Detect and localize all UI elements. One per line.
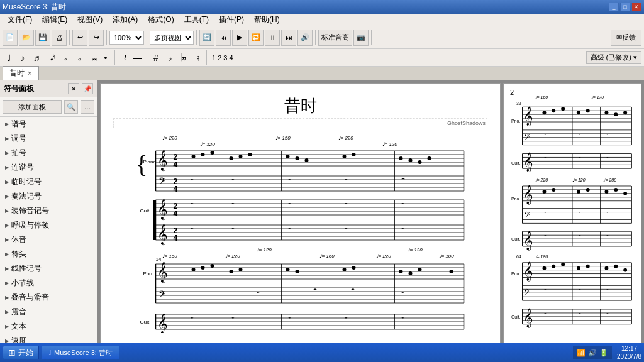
next-button[interactable]: ⏭: [281, 30, 296, 46]
svg-text:𝄞: 𝄞: [523, 231, 533, 251]
arrow-icon: ▶: [5, 208, 9, 214]
menu-help[interactable]: 帮助(H): [249, 13, 285, 26]
svg-text:𝄞: 𝄞: [523, 152, 533, 172]
standard-pitch-button[interactable]: 标准音高: [318, 30, 352, 46]
maximize-button[interactable]: □: [620, 3, 630, 11]
eighth-note[interactable]: ♪: [16, 51, 29, 65]
title-bar: MuseScore 3: 昔时 _ □ ✕: [0, 0, 644, 14]
quarter-note[interactable]: 𝅗𝅥: [58, 51, 70, 65]
score-page-1[interactable]: 昔时 GhostShadows ♩= 220 ♩= 120 ♩= 150 ♩= …: [100, 83, 501, 359]
save-button[interactable]: 💾: [35, 30, 50, 46]
feedback-button[interactable]: ✉ 反馈: [611, 30, 641, 46]
menu-view[interactable]: 视图(V): [72, 13, 108, 26]
svg-text:𝄢: 𝄢: [524, 211, 530, 221]
sidebar-header: 符号面板 ✕ 📌: [0, 80, 97, 97]
menu-tools[interactable]: 工具(T): [179, 13, 214, 26]
close-button[interactable]: ✕: [631, 3, 641, 11]
view-mode-select[interactable]: 多页视图: [150, 31, 194, 45]
double-flat-button[interactable]: 𝄫: [177, 51, 190, 65]
tab-close-button[interactable]: ✕: [27, 70, 32, 77]
camera-button[interactable]: 📷: [353, 30, 369, 46]
half-note[interactable]: 𝅝: [72, 51, 84, 65]
rewind-button[interactable]: ⏮: [216, 30, 231, 46]
note-mode-button[interactable]: ♩: [3, 51, 15, 65]
arrow-icon: ▶: [5, 150, 9, 156]
sidebar-item-barline[interactable]: ▶ 小节线: [0, 276, 97, 290]
svg-text:𝄢: 𝄢: [158, 176, 166, 189]
menu-plugins[interactable]: 插件(P): [214, 13, 249, 26]
svg-point-159: [604, 111, 608, 114]
svg-text:♩= 280: ♩= 280: [604, 178, 617, 182]
natural-button[interactable]: ♮: [191, 51, 204, 65]
arrow-icon: ▶: [5, 179, 9, 185]
rest-button[interactable]: 𝄽: [118, 51, 130, 65]
sidebar-item-tremolo[interactable]: ▶ 震音: [0, 305, 97, 319]
score-page-2[interactable]: 2 ♩= 160 ♩= 170 32 𝄞: [503, 83, 641, 359]
clock-time: 12:17: [617, 344, 641, 353]
menu-add[interactable]: 添加(A): [108, 13, 143, 26]
svg-point-249: [623, 268, 627, 272]
thirtysecond-note[interactable]: 𝅘𝅥𝅯: [44, 51, 57, 65]
sidebar-icons: ✕ 📌: [68, 83, 93, 94]
content-area[interactable]: 昔时 GhostShadows ♩= 220 ♩= 120 ♩= 150 ♩= …: [97, 80, 644, 362]
sidebar-item-ornament[interactable]: ▶ 装饰音记号: [0, 204, 97, 218]
arrow-icon: ▶: [5, 309, 9, 315]
svg-point-43: [428, 156, 431, 160]
whole-note[interactable]: 𝅜: [86, 51, 98, 65]
svg-point-38: [343, 155, 347, 158]
dotted-note[interactable]: •: [99, 51, 112, 65]
menu-edit[interactable]: 编辑(E): [37, 13, 72, 26]
zoom-select[interactable]: 100%: [109, 31, 144, 45]
open-button[interactable]: 📂: [19, 30, 34, 46]
metronome-button[interactable]: ⏸: [265, 30, 280, 46]
new-button[interactable]: 📄: [3, 30, 18, 46]
note-sep-1: [114, 50, 115, 65]
arrow-icon: ▶: [5, 237, 9, 243]
sidebar-item-arpeggio[interactable]: ▶ 叠音与滑音: [0, 290, 97, 305]
svg-text:♩= 120: ♩= 120: [572, 178, 586, 182]
sidebar-item-breath[interactable]: ▶ 呼吸与停顿: [0, 218, 97, 233]
play-button[interactable]: ▶: [232, 30, 247, 46]
sidebar-pin-button[interactable]: 📌: [82, 83, 93, 94]
sixteenth-note[interactable]: ♬: [30, 51, 43, 65]
print-button[interactable]: 🖨: [52, 30, 67, 46]
sidebar-item-notehead[interactable]: ▶ 符头: [0, 247, 97, 261]
sidebar-item-time[interactable]: ▶ 拍号: [0, 146, 97, 160]
sidebar-item-key[interactable]: ▶ 调号: [0, 131, 97, 146]
beam-button[interactable]: —: [131, 51, 144, 65]
svg-text:𝄞: 𝄞: [523, 185, 533, 205]
search-button[interactable]: 🔍: [64, 100, 78, 114]
sidebar-close-button[interactable]: ✕: [68, 83, 79, 94]
start-button[interactable]: ⊞ 开始: [3, 346, 39, 359]
window-controls: _ □ ✕: [609, 3, 641, 11]
sidebar-item-rest[interactable]: ▶ 休音: [0, 233, 97, 247]
sidebar-item-bracket[interactable]: ▶ 连谱号: [0, 160, 97, 175]
taskbar-app[interactable]: ♩ MuseScore 3: 昔时: [42, 346, 119, 359]
redo-button[interactable]: ↪: [89, 30, 104, 46]
svg-point-113: [239, 268, 243, 272]
svg-point-160: [614, 112, 618, 116]
sidebar-item-text[interactable]: ▶ 文本: [0, 319, 97, 334]
sidebar-item-articulation[interactable]: ▶ 奏法记号: [0, 189, 97, 204]
undo-button[interactable]: ↩: [72, 30, 87, 46]
more-button[interactable]: …: [80, 100, 94, 114]
volume-button[interactable]: 🔊: [297, 30, 313, 46]
minimize-button[interactable]: _: [609, 3, 619, 11]
menu-format[interactable]: 格式(O): [143, 13, 179, 26]
sidebar-item-line[interactable]: ▶ 线性记号: [0, 261, 97, 276]
loop-button[interactable]: 🔁: [248, 30, 264, 46]
flat-button[interactable]: ♭: [164, 51, 176, 65]
sidebar-item-clef[interactable]: ▶ 谱号: [0, 117, 97, 131]
svg-text:♩= 220: ♩= 220: [162, 135, 178, 141]
svg-point-161: [623, 111, 627, 114]
sidebar-item-accidental[interactable]: ▶ 临时记号: [0, 175, 97, 189]
advanced-mode-button[interactable]: 高级 (已修改) ▾: [586, 51, 641, 64]
sidebar-toolbar: 添加面板 🔍 …: [0, 97, 97, 117]
menu-file[interactable]: 文件(F): [3, 13, 37, 26]
page-numbers: 1 2 3 4: [212, 54, 233, 62]
sharp-button[interactable]: #: [150, 51, 162, 65]
svg-point-114: [286, 268, 290, 272]
add-panel-button[interactable]: 添加面板: [3, 100, 62, 114]
mode-button[interactable]: 🔄: [199, 30, 214, 46]
score-tab[interactable]: 昔时 ✕: [3, 66, 39, 80]
